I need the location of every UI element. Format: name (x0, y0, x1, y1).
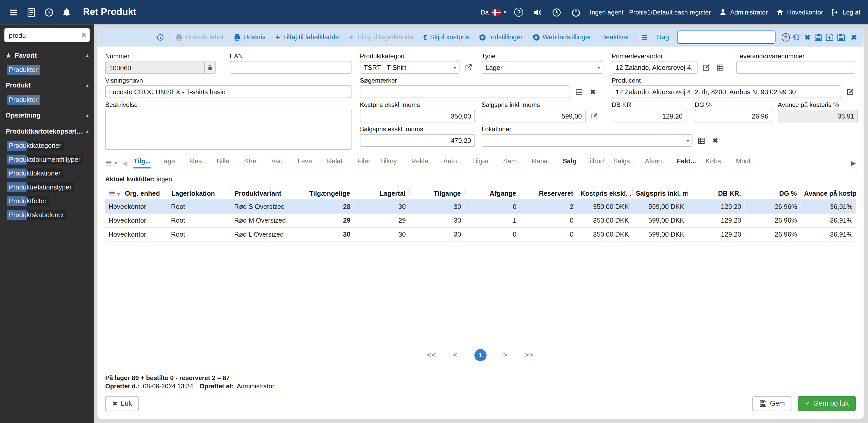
tabs-scroll-right-icon[interactable]: ▶ (851, 159, 856, 166)
journal-icon[interactable] (25, 7, 36, 18)
edit-price-icon[interactable] (589, 111, 599, 121)
db-kr-input[interactable] (612, 110, 686, 122)
producent-input[interactable] (612, 85, 841, 98)
sidebar-section-header-0[interactable]: ★Favorit▴ (0, 47, 94, 63)
sidebar-search-input[interactable] (4, 28, 90, 42)
clock-status-icon[interactable] (551, 7, 562, 18)
tab-10[interactable]: Rekla... (411, 158, 434, 169)
dg-pct-input[interactable] (695, 110, 772, 122)
primaerleverandor-input[interactable] (612, 61, 698, 74)
sidebar-item[interactable]: Produktskabeloner (0, 208, 94, 222)
language-selector[interactable]: Da ▾ (480, 9, 506, 16)
tab-8[interactable]: Filer (358, 158, 370, 169)
tab-21[interactable]: Modt... (736, 158, 756, 169)
tab-20[interactable]: Købs... (705, 158, 726, 169)
column-header-0[interactable]: ▾Org. enhed (105, 187, 168, 200)
column-header-11[interactable]: DG % (745, 187, 801, 200)
search-button[interactable]: Søg (652, 28, 674, 47)
chevron-down-icon[interactable]: ▾ (117, 191, 120, 196)
close-icon[interactable]: ✖ (802, 31, 813, 44)
sidebar-item[interactable]: Produktfelter (0, 194, 94, 208)
tab-14[interactable]: Raba... (532, 158, 553, 169)
logout-button[interactable]: Log af (832, 8, 860, 16)
next-page-button[interactable]: > (503, 351, 508, 359)
save-and-close-button[interactable]: ✔ Gem og luk (798, 396, 856, 411)
clear-tags-icon[interactable]: ✖ (588, 87, 598, 97)
toolbar-menu-icon[interactable] (637, 28, 652, 47)
beskrivelse-textarea[interactable] (105, 110, 352, 150)
current-page[interactable]: 1 (474, 349, 487, 361)
open-category-icon[interactable] (463, 62, 473, 73)
print-button[interactable]: Udskriv (228, 28, 271, 47)
tabs-menu[interactable]: ▾ (105, 159, 117, 166)
tab-15[interactable]: Salg (562, 158, 577, 169)
tab-4[interactable]: Stre... (244, 158, 262, 169)
column-header-1[interactable]: Lagerlokation (168, 187, 231, 200)
close-button[interactable]: ✖ Luk (105, 396, 139, 411)
edit-producer-icon[interactable] (845, 87, 855, 97)
store-menu[interactable]: Hovedkontor (776, 8, 823, 16)
tab-19[interactable]: Fakt... (677, 158, 696, 169)
kostpris-input[interactable] (360, 110, 475, 122)
user-menu[interactable]: Administrator (719, 8, 768, 16)
menu-icon[interactable] (8, 7, 19, 18)
tab-16[interactable]: Tilbud (586, 158, 604, 169)
first-page-button[interactable]: << (427, 351, 437, 359)
table-row-1[interactable]: HovedkontorRootRød M Oversized2929301035… (105, 214, 856, 228)
column-header-7[interactable]: Reserveret (520, 187, 577, 200)
save-icon[interactable] (835, 31, 847, 44)
nummer-input[interactable] (106, 62, 204, 74)
locations-list-icon[interactable] (696, 135, 706, 145)
tab-5[interactable]: Vari... (271, 158, 288, 169)
volume-icon[interactable] (532, 7, 543, 18)
close-icon[interactable]: ✖ (847, 31, 860, 44)
tab-12[interactable]: Tilgæ... (472, 158, 494, 169)
tabs-scroll-left-icon[interactable]: ◀ (123, 160, 127, 166)
column-header-10[interactable]: DB KR. (687, 187, 744, 200)
prev-page-button[interactable]: < (453, 351, 458, 359)
settings-button[interactable]: Indstillinger (474, 28, 528, 47)
sidebar-item[interactable]: Produktdokumentfiltyper (0, 152, 94, 166)
sidebar-section-header-2[interactable]: Opsætning▴ (0, 106, 94, 122)
clock-icon[interactable] (43, 7, 54, 18)
tab-1[interactable]: Lage... (160, 158, 181, 169)
tags-list-icon[interactable] (574, 87, 584, 97)
ean-input[interactable] (230, 61, 351, 74)
column-header-8[interactable]: Kostpris ekskl. ... (577, 187, 632, 200)
sidebar-section-header-1[interactable]: Produkt▴ (0, 76, 94, 92)
grid-icon[interactable] (108, 190, 116, 197)
column-header-5[interactable]: Tilgange (409, 187, 465, 200)
tab-17[interactable]: Salgs... (613, 158, 636, 169)
tab-13[interactable]: Sam... (503, 158, 522, 169)
clear-search-icon[interactable]: ✖ (81, 32, 86, 39)
column-header-6[interactable]: Afgange (465, 187, 520, 200)
save-icon[interactable] (813, 31, 824, 44)
tab-2[interactable]: Res... (190, 158, 207, 169)
tab-18[interactable]: Afsen... (645, 158, 667, 169)
sidebar-item[interactable]: Produktlokationer (0, 166, 94, 180)
column-header-2[interactable]: Produktvariant (231, 187, 292, 200)
add-to-labelkladde-button[interactable]: + Tilføj til labelkladde (271, 28, 344, 47)
salgspris-ekskl-input[interactable] (360, 134, 475, 147)
sidebar-item[interactable]: Produktkategorier (0, 139, 94, 152)
power-icon[interactable] (570, 7, 582, 18)
sidebar-section-header-3[interactable]: Produktkartotekopsætning▴ (0, 122, 94, 139)
last-page-button[interactable]: >> (525, 351, 534, 359)
sidebar-item[interactable]: Produkter (0, 92, 94, 106)
edit-supplier-icon[interactable] (702, 62, 712, 73)
table-row-2[interactable]: HovedkontorRootRød L Oversized3030300035… (105, 228, 856, 242)
history-icon[interactable] (791, 31, 802, 44)
notifications-bell-icon[interactable] (61, 7, 72, 18)
column-header-4[interactable]: Lagertal (354, 187, 409, 200)
sidebar-item[interactable]: Produktrelationstyper (0, 180, 94, 194)
avance-input[interactable] (778, 110, 858, 122)
visningsnavn-input[interactable] (105, 85, 352, 98)
table-row-0[interactable]: HovedkontorRootRød S Oversized2830300235… (105, 200, 856, 214)
help-icon[interactable]: ? (515, 8, 523, 17)
clear-locations-icon[interactable]: ✖ (710, 135, 720, 145)
save-new-icon[interactable] (824, 31, 835, 44)
info-icon[interactable] (153, 28, 168, 47)
column-header-12[interactable]: Avance på kostp... (801, 187, 856, 200)
hide-costprice-button[interactable]: € Skjul kostpris (418, 28, 474, 47)
lokationer-select[interactable] (482, 134, 692, 147)
